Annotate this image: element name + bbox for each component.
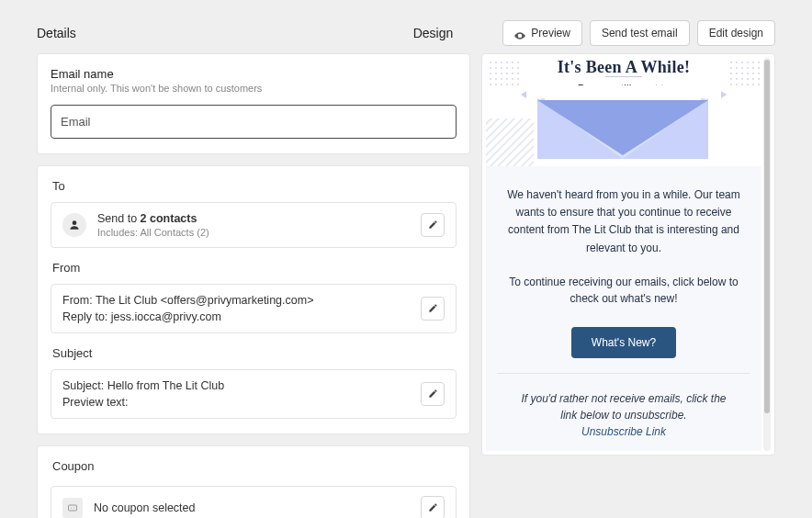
preview-viewport: It's Been A While! Do you still want toh… (486, 58, 761, 451)
preview-hero-title: It's Been A While! (486, 58, 761, 77)
edit-from-button[interactable] (421, 297, 445, 321)
edit-subject-button[interactable] (421, 382, 445, 406)
arrow-right-icon (721, 91, 727, 98)
pencil-icon (428, 219, 438, 232)
eye-icon (514, 29, 525, 37)
scrollbar[interactable] (763, 58, 771, 451)
pencil-icon (428, 388, 438, 401)
send-test-email-button[interactable]: Send test email (590, 20, 690, 46)
preview-hero: It's Been A While! Do you still want toh… (486, 58, 761, 166)
preview-cta-button[interactable]: What's New? (571, 327, 676, 358)
pencil-icon (428, 302, 438, 316)
email-name-card: Email name Internal only. This won't be … (37, 53, 470, 154)
edit-design-label: Edit design (709, 27, 763, 39)
preview-footer-text: If you'd rather not receive emails, clic… (512, 390, 736, 423)
to-line1: Send to 2 contacts (97, 212, 209, 225)
coupon-title: Coupon (52, 459, 457, 473)
preview-footer: If you'd rather not receive emails, clic… (486, 374, 761, 449)
subject-subcard: Subject: Hello from The Lit Club Preview… (51, 369, 457, 419)
pencil-icon (428, 501, 438, 515)
to-subcard: Send to 2 contacts Includes: All Contact… (51, 202, 457, 248)
arrow-left-icon (521, 91, 526, 98)
unsubscribe-link[interactable]: Unsubscribe Link (512, 423, 736, 440)
coupon-line1: No coupon selected (94, 501, 196, 514)
preview-button[interactable]: Preview (502, 20, 582, 46)
email-preview-pane: It's Been A While! Do you still want toh… (481, 53, 775, 456)
preview-body-paragraph-1: We haven't heard from you in a while. Ou… (504, 186, 743, 257)
email-name-hint: Internal only. This won't be shown to cu… (51, 83, 457, 94)
envelope-flap (537, 100, 708, 155)
email-name-input[interactable] (51, 105, 457, 139)
details-heading: Details (37, 26, 76, 40)
coupon-card: Coupon No coupon selected (37, 445, 470, 518)
svg-point-0 (73, 220, 77, 225)
to-title: To (52, 179, 457, 193)
subject-line2: Preview text: (62, 396, 224, 409)
decorative-lines (486, 118, 534, 166)
contact-icon (62, 213, 86, 237)
to-line2: Includes: All Contacts (2) (97, 227, 209, 238)
design-heading: Design (413, 26, 454, 40)
coupon-subcard: No coupon selected (51, 486, 457, 518)
edit-to-button[interactable] (421, 213, 445, 237)
scrollbar-thumb[interactable] (764, 60, 770, 413)
subject-line1: Subject: Hello from The Lit Club (62, 379, 224, 392)
preview-button-label: Preview (531, 27, 570, 39)
from-line2: Reply to: jess.iocca@privy.com (62, 310, 313, 323)
send-test-email-label: Send test email (602, 27, 678, 39)
svg-rect-1 (69, 505, 77, 511)
recipients-card: To Send to 2 contacts Includes: All Cont… (37, 165, 470, 434)
edit-design-button[interactable]: Edit design (697, 20, 775, 46)
preview-body: We haven't heard from you in a while. Ou… (486, 166, 761, 373)
svg-point-3 (73, 508, 74, 509)
from-subcard: From: The Lit Club <offers@privymarketin… (51, 284, 457, 333)
from-title: From (52, 261, 457, 275)
from-line1: From: The Lit Club <offers@privymarketin… (62, 294, 313, 307)
subject-title: Subject (52, 346, 457, 360)
email-name-label: Email name (51, 67, 457, 81)
decorative-rule (605, 76, 642, 77)
edit-coupon-button[interactable] (421, 496, 445, 518)
preview-body-paragraph-2: To continue receiving our emails, click … (504, 274, 743, 307)
coupon-icon (62, 498, 83, 518)
svg-point-2 (71, 508, 72, 509)
